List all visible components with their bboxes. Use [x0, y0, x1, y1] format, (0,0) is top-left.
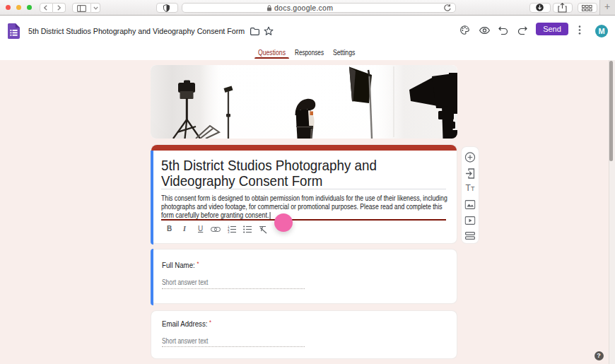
svg-text:3: 3: [228, 230, 230, 233]
